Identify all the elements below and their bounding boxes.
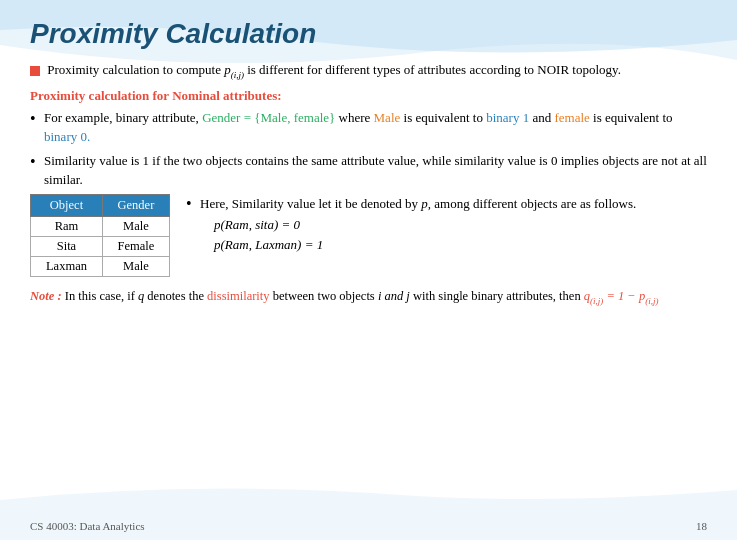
bullet-item-1: • For example, binary attribute, Gender …: [30, 109, 707, 147]
table-cell-gender-3: Male: [102, 257, 169, 277]
table-row: Laxman Male: [31, 257, 170, 277]
table-formula-container: Object Gender Ram Male Sita Female Laxma…: [30, 194, 707, 277]
bullet-item-2: • Similarity value is 1 if the two objec…: [30, 152, 707, 190]
intro-text2: is different for different types of attr…: [247, 62, 621, 77]
footer-course: CS 40003: Data Analytics: [30, 520, 145, 532]
col-header-gender: Gender: [102, 195, 169, 217]
note-section: Note : In this case, if q denotes the di…: [30, 287, 707, 308]
bullet-dot-2: •: [30, 152, 44, 173]
note-formula: q(i,j) = 1 − p(i,j): [584, 289, 659, 303]
table-cell-name-3: Laxman: [31, 257, 103, 277]
slide-title: Proximity Calculation: [30, 18, 707, 50]
dissimilarity-text: dissimilarity: [207, 289, 270, 303]
formula-section: • Here, Similarity value let it be denot…: [186, 194, 707, 259]
intro-text: Proximity calculation to compute: [47, 62, 221, 77]
note-text1: In this case, if q denotes the: [65, 289, 207, 303]
formula-text: Here, Similarity value let it be denoted…: [200, 194, 636, 254]
table-cell-gender-2: Female: [102, 237, 169, 257]
table-row: Sita Female: [31, 237, 170, 257]
intro-formula: p(i,j): [224, 62, 244, 77]
formula-1: p(Ram, sita) = 0: [214, 215, 636, 235]
table-row: Ram Male: [31, 217, 170, 237]
gender-highlight: Gender = {Male, female}: [202, 110, 335, 125]
bullet-text-1: For example, binary attribute, Gender = …: [44, 109, 707, 147]
data-table: Object Gender Ram Male Sita Female Laxma…: [30, 194, 170, 277]
table-cell-gender-1: Male: [102, 217, 169, 237]
binary1-highlight: binary 1: [486, 110, 529, 125]
footer: CS 40003: Data Analytics 18: [30, 520, 707, 532]
red-square-icon: [30, 66, 40, 76]
col-header-object: Object: [31, 195, 103, 217]
formula-2: p(Ram, Laxman) = 1: [214, 235, 636, 255]
bullet-dot-1: •: [30, 109, 44, 130]
formula-bullet: • Here, Similarity value let it be denot…: [186, 194, 707, 254]
nominal-heading: Proximity calculation for Nominal attrib…: [30, 88, 707, 104]
bullet-text-2: Similarity value is 1 if the two objects…: [44, 152, 707, 190]
table-cell-name-1: Ram: [31, 217, 103, 237]
formula-bullet-dot: •: [186, 194, 200, 215]
table-cell-name-2: Sita: [31, 237, 103, 257]
male-highlight: Male: [374, 110, 401, 125]
binary0-highlight: binary 0.: [44, 129, 90, 144]
intro-paragraph: Proximity calculation to compute p(i,j) …: [30, 60, 707, 82]
note-label: Note :: [30, 289, 62, 303]
footer-page: 18: [696, 520, 707, 532]
female-highlight: female: [554, 110, 589, 125]
note-text3: between two objects i and j with single …: [270, 289, 584, 303]
formula-intro-text: Here, Similarity value let it be denoted…: [200, 196, 636, 211]
